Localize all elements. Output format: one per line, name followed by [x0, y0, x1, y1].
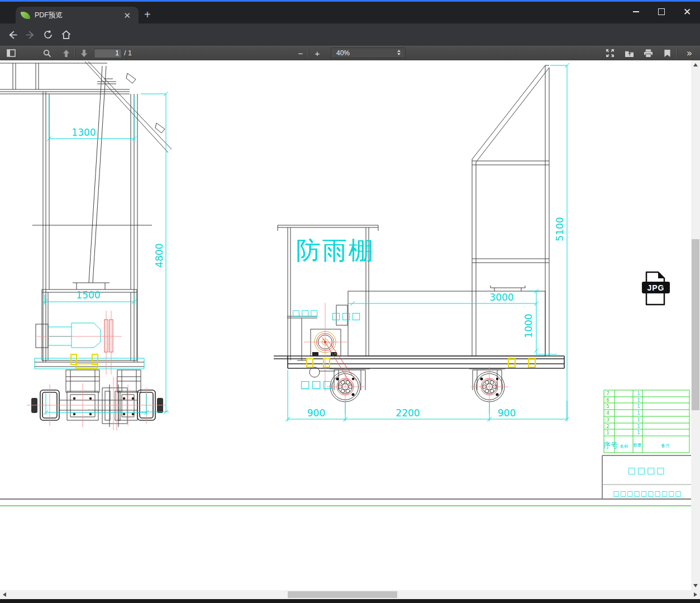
toolbar-divider [677, 49, 678, 58]
window-controls: ✕ [623, 2, 700, 22]
window-bottom-edge [0, 599, 700, 603]
titlebar: PDF预览 ✕ + ✕ [0, 2, 700, 23]
pdf-page-viewport: 1300 4800 1500 [0, 60, 691, 590]
toolbar-divider [308, 49, 309, 58]
row-qty: 1 [637, 424, 640, 429]
side-view-wheels [327, 367, 508, 414]
jpg-file-icon: JPG [642, 272, 670, 305]
row-no: 3 [606, 417, 609, 422]
scroll-down-icon[interactable] [693, 584, 698, 587]
page-up-icon[interactable] [59, 46, 73, 60]
dim-2200: 2200 [396, 407, 420, 419]
title-block: 7 6 5 4 3 2 1 1 1 1 1 1 1 1 序号 名称 数量 备注 [602, 390, 691, 499]
zoom-in-button[interactable]: + [312, 46, 323, 60]
canopy-label: 防雨棚 [296, 236, 375, 264]
close-button[interactable]: ✕ [674, 2, 700, 22]
row-qty: 1 [637, 430, 640, 435]
select-arrows-icon [397, 50, 401, 55]
horizontal-scroll-thumb[interactable] [288, 591, 397, 598]
forward-icon[interactable] [22, 27, 38, 42]
row-no: 4 [606, 411, 609, 416]
navigation-bar: localhost:8012/onlinePreview?url=http%3A… [0, 23, 700, 46]
page-down-icon[interactable] [77, 46, 91, 60]
maximize-button[interactable] [649, 2, 674, 22]
open-file-icon[interactable] [622, 46, 636, 60]
dim-3000: 3000 [489, 292, 513, 303]
tofu-text-a: □□□ [292, 308, 320, 318]
page-total-label: / 1 [124, 49, 132, 57]
jpg-label: JPG [647, 283, 664, 292]
minimize-button[interactable] [623, 2, 649, 22]
dim-4800: 4800 [154, 243, 165, 267]
zoom-level-select[interactable]: 40% [331, 48, 406, 58]
more-tools-icon[interactable]: » [683, 46, 696, 60]
row-no: 7 [606, 391, 609, 396]
presentation-mode-icon[interactable] [603, 46, 617, 60]
dim-1300: 1300 [72, 127, 96, 138]
scroll-up-icon[interactable] [693, 63, 698, 67]
reload-icon[interactable] [40, 27, 56, 42]
tab-title: PDF预览 [35, 11, 121, 20]
scroll-right-icon[interactable] [694, 592, 697, 597]
bookmark-view-icon[interactable] [660, 46, 674, 60]
dim-1500: 1500 [76, 289, 100, 301]
header-note: 备注 [661, 443, 670, 448]
front-view-linework [0, 61, 172, 427]
row-no: 2 [606, 424, 609, 429]
tofu-text-b: □□□ [331, 310, 361, 321]
print-icon[interactable] [641, 46, 655, 60]
vertical-scrollbar[interactable] [691, 60, 700, 590]
row-qty: 1 [637, 411, 640, 416]
side-view-linework [274, 65, 564, 390]
code-placeholder: □□□□□□□□□□ [613, 490, 682, 497]
spring-leaf-favicon [21, 10, 31, 20]
toolbar-divider [74, 49, 75, 58]
home-icon[interactable] [58, 27, 74, 42]
row-no: 6 [606, 398, 609, 403]
zoom-out-button[interactable]: − [295, 46, 306, 60]
row-qty: 1 [637, 391, 640, 396]
browser-tab[interactable]: PDF预览 ✕ [16, 7, 139, 23]
scroll-left-icon[interactable] [3, 592, 6, 597]
front-view-dimensions: 1300 4800 1500 [42, 92, 169, 415]
dim-900-right: 900 [498, 407, 516, 419]
title-placeholder: □□□□ [628, 466, 666, 476]
header-no: 序号 [603, 441, 618, 449]
vertical-scroll-thumb[interactable] [692, 239, 699, 410]
tofu-text-c: □□□ [300, 378, 334, 390]
dim-1000: 1000 [523, 314, 534, 338]
browser-window: PDF预览 ✕ + ✕ localhost:8012/onlinePreview… [0, 0, 700, 603]
row-qty: 1 [637, 404, 640, 409]
horizontal-scrollbar[interactable] [0, 590, 700, 599]
search-icon[interactable] [40, 46, 54, 60]
header-qty: 数量 [634, 443, 642, 448]
pdf-toolbar: / 1 − + 40% » [0, 46, 700, 61]
row-qty: 1 [637, 417, 640, 422]
cad-drawing-canvas: 1300 4800 1500 [0, 60, 691, 590]
tab-close-icon[interactable]: ✕ [121, 10, 133, 21]
page-number-input[interactable] [94, 48, 122, 58]
zoom-level-value: 40% [336, 49, 350, 57]
back-icon[interactable] [4, 27, 20, 42]
new-tab-button[interactable]: + [144, 8, 151, 21]
row-qty: 1 [637, 398, 640, 403]
header-name: 名称 [620, 444, 629, 449]
row-no: 1 [606, 430, 609, 435]
dim-900-left: 900 [307, 407, 325, 419]
row-no: 5 [606, 404, 609, 409]
dim-5100: 5100 [554, 217, 565, 241]
sidebar-toggle-icon[interactable] [4, 46, 18, 60]
